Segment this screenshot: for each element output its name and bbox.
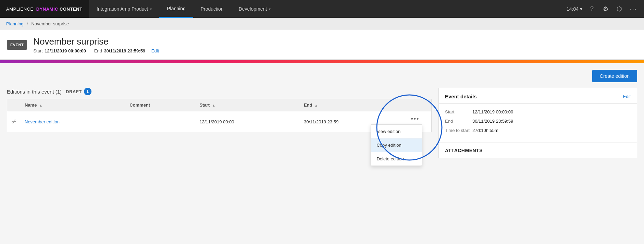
details-timetostart-value: 27d:10h:55m bbox=[472, 128, 498, 133]
attachments-section: Attachments bbox=[439, 143, 637, 158]
hub-dropdown[interactable]: Integration Amp Product ▾ bbox=[89, 0, 159, 18]
breadcrumb-current: November surprise bbox=[31, 21, 69, 26]
tab-development[interactable]: Development ▾ bbox=[231, 0, 278, 18]
details-row-end: End 30/11/2019 23:59:59 bbox=[445, 119, 631, 124]
create-edition-button[interactable]: Create edition bbox=[592, 70, 637, 82]
help-button[interactable]: ? bbox=[586, 3, 598, 15]
col-end-label: End bbox=[304, 102, 312, 108]
time-chevron-icon: ▾ bbox=[580, 6, 582, 12]
export-button[interactable]: ⬡ bbox=[613, 3, 626, 15]
main-content: Create edition Editions in this event (1… bbox=[0, 63, 644, 239]
breadcrumb-separator: / bbox=[27, 21, 28, 26]
top-nav: AMPLIENCE DYNAMIC CONTENT Integration Am… bbox=[0, 0, 644, 18]
row-comment bbox=[125, 111, 195, 132]
gradient-bar bbox=[0, 60, 644, 63]
nav-time: 14:04 ▾ bbox=[567, 6, 582, 12]
start-value: 12/11/2019 00:00:00 bbox=[45, 48, 86, 53]
col-name-label: Name bbox=[25, 102, 37, 108]
draft-badge-wrapper: DRAFT 1 bbox=[66, 88, 91, 95]
hub-name: Integration Amp Product bbox=[97, 6, 148, 12]
event-details-edit-link[interactable]: Edit bbox=[623, 94, 631, 99]
nav-right: 14:04 ▾ ? ⚙ ⬡ ⋯ bbox=[562, 0, 644, 18]
breadcrumb-planning-link[interactable]: Planning bbox=[6, 21, 24, 26]
col-start-label: Start bbox=[199, 102, 210, 108]
brand-amplience: AMPLIENCE bbox=[6, 7, 34, 12]
settings-button[interactable]: ⚙ bbox=[599, 3, 612, 15]
event-title: November surprise bbox=[33, 36, 159, 47]
event-badge: Event bbox=[7, 40, 27, 50]
brand-logo: AMPLIENCE DYNAMIC CONTENT bbox=[0, 0, 89, 18]
brand-content: CONTENT bbox=[60, 7, 82, 12]
col-start-header: Start ▲ bbox=[195, 99, 300, 111]
attachments-title: Attachments bbox=[445, 148, 483, 153]
toolbar-row: Create edition bbox=[7, 70, 637, 82]
event-details-header: Event details Edit bbox=[439, 88, 637, 104]
details-end-label: End bbox=[445, 119, 472, 124]
tab-production-label: Production bbox=[201, 6, 224, 12]
context-menu: View edition Copy edition Delete edition bbox=[371, 124, 422, 166]
brand-dynamic: DYNAMIC bbox=[36, 7, 58, 12]
end-label: End bbox=[94, 48, 102, 53]
hub-chevron-icon: ▾ bbox=[150, 7, 152, 11]
editions-table-head: Name ▲ Comment Start ▲ End ▲ bbox=[7, 99, 432, 111]
tab-production[interactable]: Production bbox=[193, 0, 231, 18]
details-row-timetostart: Time to start 27d:10h:55m bbox=[445, 128, 631, 133]
context-menu-view-edition[interactable]: View edition bbox=[371, 125, 422, 138]
col-end-sort-icon: ▲ bbox=[314, 103, 318, 107]
col-name-header: Name ▲ bbox=[21, 99, 125, 111]
event-edit-link[interactable]: Edit bbox=[151, 48, 159, 53]
col-actions-header bbox=[404, 99, 432, 111]
row-start: 12/11/2019 00:00 bbox=[195, 111, 300, 132]
tab-planning-label: Planning bbox=[167, 6, 186, 11]
col-end-header: End ▲ bbox=[300, 99, 404, 111]
table-row: ☍ November edition 12/11/2019 00:00 30/1… bbox=[7, 111, 432, 132]
editions-table: Name ▲ Comment Start ▲ End ▲ bbox=[7, 99, 432, 132]
event-header-info: November surprise Start 12/11/2019 00:00… bbox=[33, 36, 159, 53]
details-end-value: 30/11/2019 23:59:59 bbox=[472, 119, 513, 124]
nav-tabs: Integration Amp Product ▾ Planning Produ… bbox=[89, 0, 562, 18]
details-start-value: 12/11/2019 00:00:00 bbox=[472, 109, 513, 114]
col-comment-header: Comment bbox=[125, 99, 195, 111]
col-icon-header bbox=[7, 99, 21, 111]
event-dates: Start 12/11/2019 00:00:00 End 30/11/2019… bbox=[33, 48, 159, 53]
context-menu-delete-edition[interactable]: Delete edition bbox=[371, 152, 422, 166]
draft-label: DRAFT bbox=[66, 89, 82, 94]
right-panel: Event details Edit Start 12/11/2019 00:0… bbox=[438, 88, 637, 158]
event-details-body: Start 12/11/2019 00:00:00 End 30/11/2019… bbox=[439, 104, 637, 143]
dev-chevron-icon: ▾ bbox=[269, 7, 271, 11]
editions-title: Editions in this event (1) bbox=[7, 89, 62, 95]
two-col-layout: Editions in this event (1) DRAFT 1 Name … bbox=[7, 88, 637, 158]
context-menu-wrapper: ••• View edition Copy edition Delete edi… bbox=[408, 115, 422, 123]
start-label: Start bbox=[33, 48, 42, 53]
breadcrumb: Planning / November surprise bbox=[0, 18, 644, 30]
apps-button[interactable]: ⋯ bbox=[627, 3, 639, 15]
editions-table-body: ☍ November edition 12/11/2019 00:00 30/1… bbox=[7, 111, 432, 132]
draft-count: 1 bbox=[84, 88, 91, 95]
event-details-title: Event details bbox=[445, 94, 477, 99]
tab-development-label: Development bbox=[239, 6, 267, 12]
left-panel: Editions in this event (1) DRAFT 1 Name … bbox=[7, 88, 432, 158]
editions-header: Editions in this event (1) DRAFT 1 bbox=[7, 88, 432, 95]
details-timetostart-label: Time to start bbox=[445, 128, 472, 133]
time-display: 14:04 bbox=[567, 6, 579, 12]
details-row-start: Start 12/11/2019 00:00:00 bbox=[445, 109, 631, 114]
row-doc-icon: ☍ bbox=[11, 119, 16, 124]
end-value: 30/11/2019 23:59:59 bbox=[104, 48, 145, 53]
row-edition-name[interactable]: November edition bbox=[25, 119, 60, 124]
tab-planning[interactable]: Planning bbox=[159, 0, 193, 18]
col-start-sort-icon: ▲ bbox=[212, 103, 215, 107]
details-start-label: Start bbox=[445, 109, 472, 114]
event-header: Event November surprise Start 12/11/2019… bbox=[0, 30, 644, 60]
more-options-button[interactable]: ••• bbox=[408, 115, 422, 123]
col-name-sort-icon: ▲ bbox=[39, 103, 42, 107]
context-menu-copy-edition[interactable]: Copy edition bbox=[371, 138, 422, 152]
